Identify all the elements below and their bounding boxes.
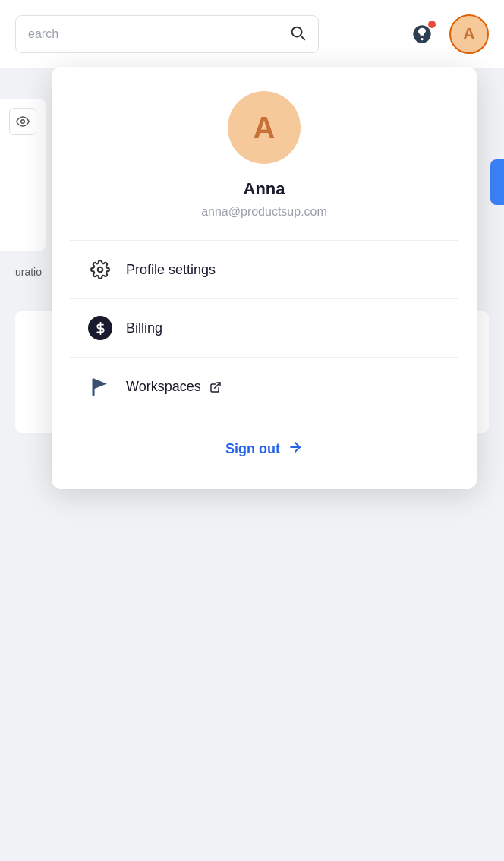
user-info-section: A Anna anna@productsup.com	[52, 91, 477, 240]
svg-line-7	[214, 383, 219, 388]
signout-section: Sign out	[52, 415, 477, 489]
arrow-icon	[288, 440, 303, 459]
search-placeholder: earch	[28, 27, 289, 41]
profile-settings-label: Profile settings	[126, 262, 216, 278]
search-icon	[289, 24, 306, 45]
search-bar[interactable]: earch	[15, 15, 319, 53]
user-avatar-button[interactable]: A	[449, 14, 489, 54]
user-name: Anna	[244, 179, 285, 199]
billing-label: Billing	[126, 320, 162, 336]
svg-line-1	[301, 36, 304, 39]
billing-item[interactable]: Billing	[52, 299, 477, 357]
svg-point-3	[98, 267, 103, 273]
workspaces-label: Workspaces	[126, 379, 222, 395]
side-pill	[490, 159, 504, 205]
profile-settings-item[interactable]: Profile settings	[52, 241, 477, 298]
sidebar-panel	[0, 99, 46, 251]
help-button[interactable]	[407, 19, 437, 49]
user-dropdown: A Anna anna@productsup.com Profile setti…	[52, 67, 477, 489]
dropdown-avatar: A	[228, 91, 301, 164]
notification-badge	[428, 20, 436, 28]
eye-icon	[9, 108, 36, 135]
svg-point-2	[21, 120, 25, 124]
user-email: anna@productsup.com	[201, 205, 327, 219]
workspaces-icon	[88, 374, 112, 399]
header-icons: A	[407, 14, 489, 54]
workspaces-item[interactable]: Workspaces	[52, 358, 477, 415]
signout-button[interactable]: Sign out	[225, 440, 303, 459]
external-link-icon	[209, 380, 222, 393]
dollar-icon	[88, 316, 112, 340]
header: earch A	[0, 0, 504, 68]
svg-rect-6	[93, 379, 95, 396]
background-label: uratio	[15, 266, 42, 278]
gear-icon	[88, 257, 112, 282]
svg-marker-5	[93, 379, 107, 390]
